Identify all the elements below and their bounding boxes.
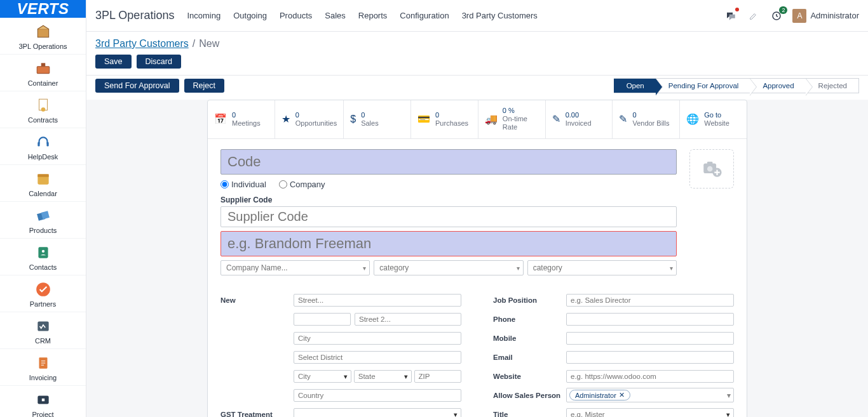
- logo[interactable]: VERTS: [0, 0, 86, 18]
- sidebar-item-3pl-operations[interactable]: 3PL Operations: [0, 18, 86, 55]
- sidebar-label: Invoicing: [29, 374, 57, 381]
- district-input[interactable]: [294, 351, 461, 364]
- breadcrumb-parent-link[interactable]: 3rd Party Customers: [95, 38, 189, 50]
- nav-sales[interactable]: Sales: [325, 11, 346, 20]
- chevron-down-icon: ▾: [727, 391, 731, 400]
- crm-icon: [34, 317, 52, 335]
- sidebar-item-crm[interactable]: CRM: [0, 312, 86, 349]
- nav-reports[interactable]: Reports: [358, 11, 388, 20]
- edit-icon[interactable]: [747, 9, 761, 23]
- radio-company[interactable]: Company: [279, 180, 325, 189]
- save-button[interactable]: Save: [95, 55, 132, 69]
- country-input[interactable]: [294, 389, 461, 402]
- label-mobile: Mobile: [493, 334, 566, 342]
- radio-individual[interactable]: Individual: [220, 180, 266, 189]
- box-icon: [34, 23, 52, 41]
- label-allow-sales: Allow Sales Person: [493, 392, 566, 399]
- label-job-position: Job Position: [493, 296, 566, 304]
- sidebar-item-helpdesk[interactable]: HelpDesk: [0, 128, 86, 165]
- sidebar-label: Products: [29, 227, 57, 234]
- svg-rect-8: [37, 174, 48, 176]
- radio-company-input[interactable]: [279, 180, 287, 189]
- sidebar-item-container[interactable]: Container: [0, 55, 86, 91]
- allow-sales-field[interactable]: Administrator✕ ▾: [566, 388, 734, 402]
- user-menu[interactable]: A Administrator: [792, 9, 859, 23]
- app-title: 3PL Operations: [95, 9, 174, 22]
- stat-meetings[interactable]: 📅 0Meetings: [208, 100, 275, 138]
- name-input[interactable]: [220, 231, 677, 256]
- nav-products[interactable]: Products: [280, 11, 312, 20]
- messages-icon[interactable]: [724, 9, 738, 23]
- job-position-input[interactable]: [566, 294, 734, 307]
- stat-invoiced[interactable]: ✎ 0.00Invoiced: [546, 100, 613, 138]
- send-approval-button[interactable]: Send For Approval: [95, 79, 179, 93]
- nav-outgoing[interactable]: Outgoing: [233, 11, 267, 20]
- discard-button[interactable]: Discard: [137, 55, 181, 69]
- star-icon: ★: [281, 113, 290, 125]
- stat-purchases[interactable]: 💳 0Purchases: [411, 100, 478, 138]
- svg-rect-2: [41, 63, 45, 66]
- svg-rect-14: [37, 321, 48, 331]
- radio-individual-input[interactable]: [220, 180, 229, 189]
- new-aux-input[interactable]: [294, 313, 351, 326]
- user-avatar: A: [792, 9, 806, 23]
- activity-icon[interactable]: 2: [770, 9, 783, 23]
- image-upload[interactable]: [689, 149, 734, 189]
- label-supplier-code: Supplier Code: [220, 195, 677, 204]
- street-input[interactable]: [294, 294, 461, 307]
- city2-input[interactable]: [294, 370, 351, 383]
- sidebar-item-contracts[interactable]: Contracts: [0, 91, 86, 128]
- svg-rect-17: [41, 399, 44, 401]
- mobile-input[interactable]: [566, 332, 734, 345]
- sidebar-item-products[interactable]: Products: [0, 202, 86, 239]
- sidebar-item-contacts[interactable]: Contacts: [0, 239, 86, 275]
- flow-pending[interactable]: Pending For Approval: [656, 78, 750, 93]
- category-select-2[interactable]: ▾: [527, 260, 677, 275]
- stat-ontime[interactable]: 🚚 0 %On-time Rate: [478, 100, 546, 138]
- remove-icon[interactable]: ✕: [619, 391, 625, 399]
- svg-point-12: [41, 250, 44, 253]
- flow-open[interactable]: Open: [614, 78, 656, 93]
- street2-input[interactable]: [355, 313, 461, 326]
- zip-input[interactable]: [414, 370, 462, 383]
- form-sheet: 📅 0Meetings ★ 0Opportunities $ 0Sales 💳 …: [207, 100, 747, 417]
- flow-rejected[interactable]: Rejected: [806, 78, 859, 93]
- sidebar-label: HelpDesk: [28, 153, 58, 161]
- sidebar-item-invoicing[interactable]: Invoicing: [0, 349, 86, 386]
- sidebar-label: Calendar: [29, 190, 57, 197]
- gst-select[interactable]: [294, 408, 461, 417]
- stat-opportunities[interactable]: ★ 0Opportunities: [275, 100, 344, 138]
- nav-configuration[interactable]: Configuration: [400, 11, 449, 20]
- sidebar-item-project[interactable]: Project: [0, 386, 86, 417]
- user-name: Administrator: [810, 11, 859, 20]
- sidebar-item-partners[interactable]: Partners: [0, 275, 86, 312]
- supplier-code-input[interactable]: [220, 206, 677, 227]
- reject-button[interactable]: Reject: [184, 79, 224, 93]
- headset-icon: [34, 133, 52, 151]
- calendar-icon: 📅: [214, 113, 227, 125]
- svg-rect-0: [37, 29, 48, 37]
- category-select-1[interactable]: ▾: [374, 260, 523, 275]
- invoicing-icon: [34, 354, 52, 372]
- title-select[interactable]: [566, 408, 734, 417]
- company-select[interactable]: ▾: [220, 260, 370, 275]
- nav-3rd-party-customers[interactable]: 3rd Party Customers: [462, 11, 538, 20]
- products-icon: [34, 207, 52, 225]
- globe-icon: 🌐: [686, 113, 699, 125]
- sidebar-item-calendar[interactable]: Calendar: [0, 165, 86, 202]
- email-input[interactable]: [566, 351, 734, 364]
- code-input[interactable]: [220, 149, 677, 175]
- stat-sales[interactable]: $ 0Sales: [344, 100, 411, 138]
- website-input[interactable]: [566, 370, 734, 383]
- city-input[interactable]: [294, 332, 461, 345]
- flow-approved[interactable]: Approved: [750, 78, 805, 93]
- sales-person-tag[interactable]: Administrator✕: [569, 390, 630, 400]
- pencil-square-icon: ✎: [619, 113, 627, 125]
- stat-vendor-bills[interactable]: ✎ 0Vendor Bills: [613, 100, 680, 138]
- stat-website[interactable]: 🌐 Go toWebsite: [680, 100, 747, 138]
- nav-incoming[interactable]: Incoming: [187, 11, 220, 20]
- state-input[interactable]: [354, 370, 412, 383]
- phone-input[interactable]: [566, 313, 734, 326]
- calendar-icon: [34, 170, 52, 188]
- document-icon: [34, 96, 52, 114]
